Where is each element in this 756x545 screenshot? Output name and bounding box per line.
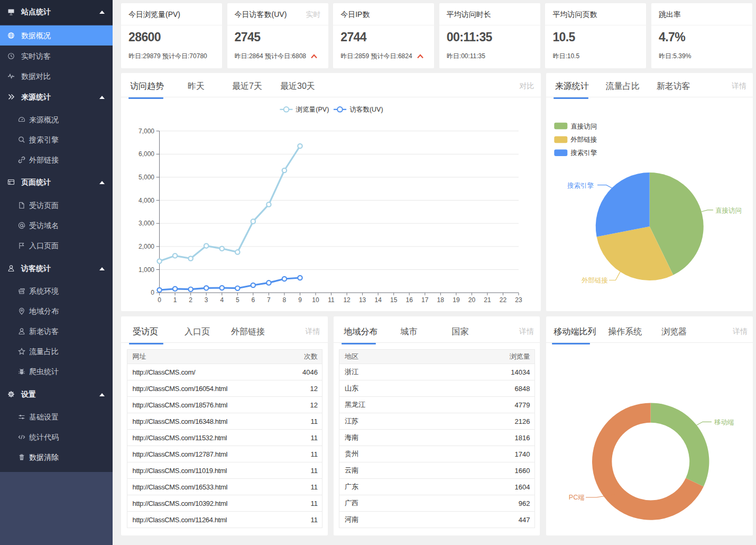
svg-text:22: 22	[500, 296, 507, 304]
svg-text:11: 11	[328, 296, 335, 304]
svg-text:17: 17	[421, 296, 429, 304]
svg-text:10: 10	[312, 296, 319, 304]
svg-text:0: 0	[151, 289, 154, 296]
svg-text:4,000: 4,000	[139, 197, 154, 204]
svg-text:21: 21	[484, 296, 491, 304]
svg-text:6: 6	[251, 296, 255, 304]
svg-text:3,000: 3,000	[139, 220, 154, 227]
svg-text:5,000: 5,000	[139, 174, 154, 181]
svg-text:直接访问: 直接访问	[570, 123, 597, 130]
svg-text:6,000: 6,000	[139, 150, 154, 158]
svg-text:1,000: 1,000	[139, 266, 154, 274]
svg-text:PC端: PC端	[569, 494, 585, 501]
svg-text:搜索引擎: 搜索引擎	[570, 149, 597, 157]
svg-text:7,000: 7,000	[139, 128, 154, 135]
svg-text:直接访问: 直接访问	[715, 207, 742, 214]
svg-text:7: 7	[267, 296, 271, 304]
svg-text:4: 4	[220, 296, 224, 304]
svg-text:1: 1	[173, 296, 177, 304]
svg-text:9: 9	[298, 296, 302, 304]
svg-text:23: 23	[515, 296, 522, 304]
svg-text:16: 16	[406, 296, 413, 304]
svg-text:2,000: 2,000	[139, 243, 154, 250]
svg-text:外部链接: 外部链接	[582, 277, 608, 284]
svg-text:访客数(UV): 访客数(UV)	[349, 106, 383, 113]
svg-text:2: 2	[189, 296, 192, 304]
svg-text:3: 3	[205, 296, 208, 304]
svg-text:5: 5	[236, 296, 239, 304]
svg-text:移动端: 移动端	[714, 419, 734, 426]
svg-text:0: 0	[158, 296, 161, 304]
svg-text:12: 12	[343, 296, 351, 304]
svg-text:20: 20	[468, 296, 476, 304]
svg-text:14: 14	[375, 296, 382, 304]
svg-text:外部链接: 外部链接	[570, 136, 597, 143]
svg-text:18: 18	[437, 296, 445, 304]
svg-text:15: 15	[390, 296, 398, 304]
svg-text:13: 13	[359, 296, 366, 304]
svg-text:8: 8	[283, 296, 287, 304]
svg-text:浏览量(PV): 浏览量(PV)	[296, 106, 329, 113]
svg-text:搜索引擎: 搜索引擎	[567, 182, 594, 189]
svg-text:19: 19	[453, 296, 460, 304]
